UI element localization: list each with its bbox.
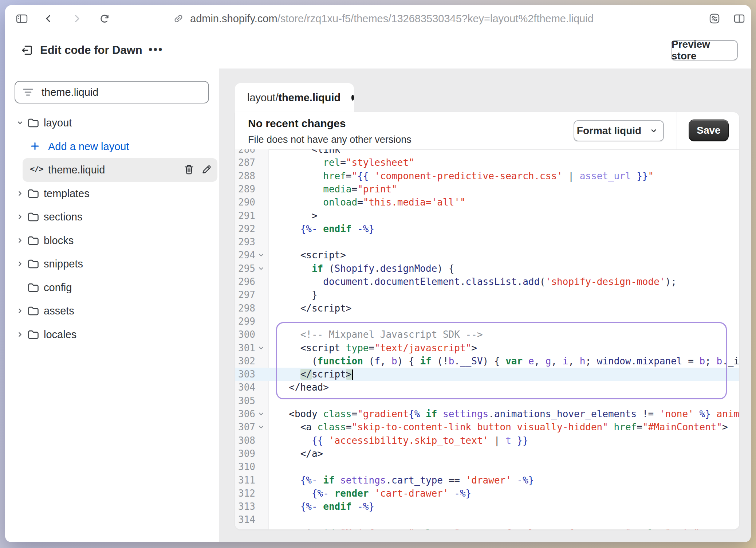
tree-item-label: layout: [44, 117, 72, 129]
tree-item-label: snippets: [44, 258, 83, 270]
url-host: admin.shopify.com: [190, 13, 277, 24]
folder-icon: [27, 117, 39, 128]
tab-theme-liquid[interactable]: layout/theme.liquid: [235, 83, 354, 112]
trash-icon[interactable]: [184, 164, 194, 176]
code-text: href="{{ 'component-predictive-search.cs…: [277, 169, 654, 183]
fold-chevron-icon[interactable]: [257, 251, 265, 259]
browser-window: admin.shopify.com/store/rzq1xu-f5/themes…: [5, 5, 751, 542]
forward-icon[interactable]: [71, 12, 83, 25]
code-line-310[interactable]: 310: [235, 460, 739, 474]
code-line-301[interactable]: 301 <script type="text/javascript">: [235, 341, 739, 355]
code-line-308[interactable]: 308 {{ 'accessibility.skip_to_text' | t …: [235, 434, 739, 447]
line-number: 298: [235, 302, 255, 315]
code-line-313[interactable]: 313 {%- endif -%}: [235, 500, 739, 513]
tree-item-add-a-new-layout[interactable]: Add a new layout: [5, 135, 219, 158]
format-liquid-label: Format liquid: [574, 121, 644, 141]
chevron-right-icon[interactable]: [16, 189, 24, 197]
code-text: {%- endif -%}: [277, 500, 374, 513]
code-line-partial[interactable]: <main id="MainContent" class="content-fo…: [235, 527, 739, 529]
chevron-down-icon[interactable]: [644, 121, 663, 141]
more-menu-icon[interactable]: •••: [149, 43, 164, 56]
code-text: >: [277, 209, 318, 223]
code-line-295[interactable]: 295 if (Shopify.designMode) {: [235, 262, 739, 275]
tree-item-config[interactable]: config: [5, 276, 219, 300]
folder-icon: [27, 282, 39, 293]
split-view-icon[interactable]: [733, 13, 746, 24]
format-liquid-button[interactable]: Format liquid: [574, 120, 664, 141]
tree-item-label: templates: [44, 187, 90, 199]
chevron-right-icon[interactable]: [16, 213, 24, 221]
line-number: 301: [235, 341, 255, 355]
fold-chevron-icon[interactable]: [257, 423, 265, 431]
code-line-304[interactable]: 304 </head>: [235, 381, 739, 394]
code-line-297[interactable]: 297 }: [235, 288, 739, 302]
save-button[interactable]: Save: [689, 120, 729, 141]
code-line-300[interactable]: 300 <!-- Mixpanel Javascript SDK -->: [235, 328, 739, 341]
sidebar-toggle-icon[interactable]: [15, 13, 28, 24]
fold-chevron-icon[interactable]: [257, 265, 265, 272]
chevron-right-icon[interactable]: [16, 330, 24, 338]
fold-chevron-icon[interactable]: [257, 410, 265, 418]
code-line-309[interactable]: 309 </a>: [235, 447, 739, 461]
tree-item-theme-liquid[interactable]: </>theme.liquid: [5, 158, 219, 182]
tree-item-blocks[interactable]: blocks: [5, 229, 219, 253]
code-line-290[interactable]: 290 onload="this.media='all'": [235, 196, 739, 209]
code-text: if (Shopify.designMode) {: [277, 262, 454, 275]
editor-card: No recent changes File does not have any…: [235, 112, 739, 529]
editor-area: layout/theme.liquid No recent changes Fi…: [219, 68, 751, 542]
code-line-312[interactable]: 312 {%- render 'cart-drawer' -%}: [235, 487, 739, 500]
code-line-305[interactable]: 305: [235, 394, 739, 408]
code-editor[interactable]: 286 <link287 rel="stylesheet"288 href="{…: [235, 149, 739, 529]
tree-item-layout[interactable]: layout: [5, 111, 219, 135]
code-line-291[interactable]: 291 >: [235, 209, 739, 223]
tree-item-sections[interactable]: sections: [5, 205, 219, 229]
pencil-icon[interactable]: [201, 164, 212, 175]
tree-item-locales[interactable]: locales: [5, 323, 219, 347]
line-number: 291: [235, 209, 255, 223]
chevron-right-icon[interactable]: [16, 307, 24, 315]
code-line-311[interactable]: 311 {%- if settings.cart_type == 'drawer…: [235, 474, 739, 487]
fold-chevron-icon[interactable]: [257, 344, 265, 352]
page-settings-icon[interactable]: [708, 12, 721, 25]
code-line-298[interactable]: 298 </script>: [235, 302, 739, 315]
reload-icon[interactable]: [98, 12, 111, 25]
tree-item-assets[interactable]: assets: [5, 299, 219, 323]
code-line-289[interactable]: 289 media="print": [235, 183, 739, 196]
file-search-box[interactable]: [15, 81, 209, 103]
editor-card-header: No recent changes File does not have any…: [235, 112, 739, 150]
back-icon[interactable]: [42, 12, 55, 25]
code-text: <link: [277, 149, 340, 156]
code-text: </head>: [277, 381, 329, 394]
chevron-right-icon[interactable]: [16, 236, 24, 244]
code-line-293[interactable]: 293: [235, 235, 739, 249]
tree-item-templates[interactable]: templates: [5, 182, 219, 206]
chevron-right-icon[interactable]: [16, 260, 24, 268]
file-sidebar: layoutAdd a new layout</>theme.liquidtem…: [5, 68, 219, 542]
code-line-302[interactable]: 302 (function (f, b) { if (!b.__SV) { va…: [235, 355, 739, 368]
code-line-303[interactable]: 303 </script>: [235, 368, 739, 381]
chevron-down-icon[interactable]: [16, 119, 24, 127]
header-divider: [677, 112, 677, 149]
code-line-294[interactable]: 294 <script>: [235, 248, 739, 262]
code-line-292[interactable]: 292 {%- endif -%}: [235, 222, 739, 236]
search-input[interactable]: [41, 86, 202, 99]
status-subtitle: File does not have any other versions: [248, 134, 412, 145]
exit-icon[interactable]: [20, 43, 34, 58]
code-line-288[interactable]: 288 href="{{ 'component-predictive-searc…: [235, 169, 739, 183]
code-line-307[interactable]: 307 <a class="skip-to-content-link butto…: [235, 420, 739, 434]
code-line-306[interactable]: 306 <body class="gradient{% if settings.…: [235, 407, 739, 421]
code-line-296[interactable]: 296 document.documentElement.classList.a…: [235, 275, 739, 289]
line-number: 299: [235, 315, 255, 328]
content-area: layoutAdd a new layout</>theme.liquidtem…: [5, 68, 751, 542]
code-line-314[interactable]: 314: [235, 513, 739, 527]
tab-dir-label: layout/: [247, 92, 278, 104]
code-line-299[interactable]: 299: [235, 315, 739, 328]
preview-store-button[interactable]: Preview store: [671, 40, 738, 60]
folder-icon: [27, 305, 39, 316]
code-line-286[interactable]: 286 <link: [235, 149, 739, 156]
code-line-287[interactable]: 287 rel="stylesheet": [235, 156, 739, 169]
tree-item-snippets[interactable]: snippets: [5, 252, 219, 276]
line-number: 308: [235, 434, 255, 447]
tab-file-label: theme.liquid: [278, 92, 340, 104]
url-bar[interactable]: admin.shopify.com/store/rzq1xu-f5/themes…: [173, 5, 594, 32]
